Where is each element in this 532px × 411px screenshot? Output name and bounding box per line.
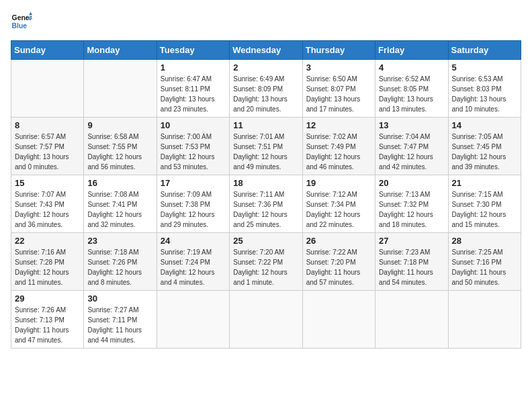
calendar-day-22: 22Sunrise: 7:16 AMSunset: 7:28 PMDayligh… [11, 233, 84, 291]
calendar-day-20: 20Sunrise: 7:13 AMSunset: 7:32 PMDayligh… [375, 175, 448, 233]
col-header-tuesday: Tuesday [157, 41, 229, 60]
col-header-friday: Friday [375, 41, 448, 60]
logo: General Blue [11, 11, 32, 32]
calendar-day-27: 27Sunrise: 7:23 AMSunset: 7:18 PMDayligh… [375, 233, 448, 291]
calendar-day-15: 15Sunrise: 7:07 AMSunset: 7:43 PMDayligh… [11, 175, 84, 233]
svg-marker-2 [29, 12, 32, 15]
calendar-day-13: 13Sunrise: 7:04 AMSunset: 7:47 PMDayligh… [375, 118, 448, 175]
col-header-sunday: Sunday [11, 41, 84, 60]
calendar-day-4: 4Sunrise: 6:52 AMSunset: 8:05 PMDaylight… [375, 60, 448, 118]
logo-icon: General Blue [11, 11, 32, 32]
calendar-day-10: 10Sunrise: 7:00 AMSunset: 7:53 PMDayligh… [157, 118, 229, 175]
calendar-day-29: 29Sunrise: 7:26 AMSunset: 7:13 PMDayligh… [11, 291, 84, 349]
calendar-week-1: 1Sunrise: 6:47 AMSunset: 8:11 PMDaylight… [11, 60, 521, 118]
calendar-day-11: 11Sunrise: 7:01 AMSunset: 7:51 PMDayligh… [230, 118, 302, 175]
calendar-day-18: 18Sunrise: 7:11 AMSunset: 7:36 PMDayligh… [230, 175, 302, 233]
calendar-day-8: 8Sunrise: 6:57 AMSunset: 7:57 PMDaylight… [11, 118, 84, 175]
empty-cell [157, 291, 229, 349]
col-header-wednesday: Wednesday [230, 41, 302, 60]
calendar-day-1: 1Sunrise: 6:47 AMSunset: 8:11 PMDaylight… [157, 60, 229, 118]
svg-text:Blue: Blue [12, 22, 28, 30]
calendar-day-5: 5Sunrise: 6:53 AMSunset: 8:03 PMDaylight… [448, 60, 521, 118]
calendar-day-2: 2Sunrise: 6:49 AMSunset: 8:09 PMDaylight… [230, 60, 302, 118]
col-header-saturday: Saturday [448, 41, 521, 60]
calendar-week-3: 15Sunrise: 7:07 AMSunset: 7:43 PMDayligh… [11, 175, 521, 233]
calendar-day-23: 23Sunrise: 7:18 AMSunset: 7:26 PMDayligh… [84, 233, 157, 291]
calendar-day-30: 30Sunrise: 7:27 AMSunset: 7:11 PMDayligh… [84, 291, 157, 349]
empty-cell [84, 60, 157, 118]
empty-cell [11, 60, 84, 118]
col-header-monday: Monday [84, 41, 157, 60]
calendar-day-28: 28Sunrise: 7:25 AMSunset: 7:16 PMDayligh… [448, 233, 521, 291]
calendar-day-19: 19Sunrise: 7:12 AMSunset: 7:34 PMDayligh… [302, 175, 375, 233]
empty-cell [448, 291, 521, 349]
calendar-day-16: 16Sunrise: 7:08 AMSunset: 7:41 PMDayligh… [84, 175, 157, 233]
calendar-day-24: 24Sunrise: 7:19 AMSunset: 7:24 PMDayligh… [157, 233, 229, 291]
calendar-day-12: 12Sunrise: 7:02 AMSunset: 7:49 PMDayligh… [302, 118, 375, 175]
calendar-day-14: 14Sunrise: 7:05 AMSunset: 7:45 PMDayligh… [448, 118, 521, 175]
calendar-day-21: 21Sunrise: 7:15 AMSunset: 7:30 PMDayligh… [448, 175, 521, 233]
calendar-day-26: 26Sunrise: 7:22 AMSunset: 7:20 PMDayligh… [302, 233, 375, 291]
calendar-week-5: 29Sunrise: 7:26 AMSunset: 7:13 PMDayligh… [11, 291, 521, 349]
page-header: General Blue [11, 11, 521, 32]
empty-cell [230, 291, 302, 349]
calendar-week-2: 8Sunrise: 6:57 AMSunset: 7:57 PMDaylight… [11, 118, 521, 175]
calendar-day-17: 17Sunrise: 7:09 AMSunset: 7:38 PMDayligh… [157, 175, 229, 233]
empty-cell [375, 291, 448, 349]
calendar-table: SundayMondayTuesdayWednesdayThursdayFrid… [11, 40, 521, 349]
calendar-day-25: 25Sunrise: 7:20 AMSunset: 7:22 PMDayligh… [230, 233, 302, 291]
calendar-week-4: 22Sunrise: 7:16 AMSunset: 7:28 PMDayligh… [11, 233, 521, 291]
col-header-thursday: Thursday [302, 41, 375, 60]
calendar-day-9: 9Sunrise: 6:58 AMSunset: 7:55 PMDaylight… [84, 118, 157, 175]
calendar-day-3: 3Sunrise: 6:50 AMSunset: 8:07 PMDaylight… [302, 60, 375, 118]
empty-cell [302, 291, 375, 349]
